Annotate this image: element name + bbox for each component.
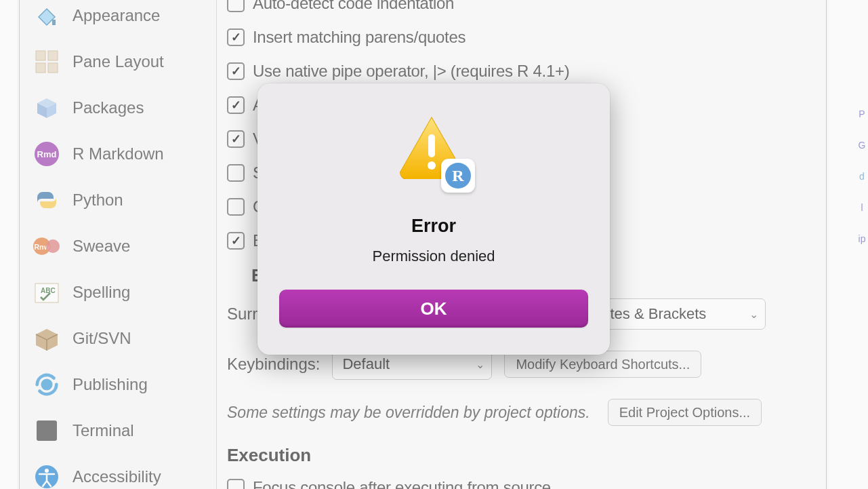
select-value: Default <box>342 355 390 373</box>
keybindings-label: Keybindings: <box>227 355 320 374</box>
sidebar-item-terminal[interactable]: Terminal <box>20 408 216 454</box>
svg-point-12 <box>46 239 60 253</box>
sidebar-item-pane-layout[interactable]: Pane Layout <box>20 39 216 85</box>
sidebar-label: Terminal <box>73 421 134 440</box>
rstudio-badge-icon: R <box>441 159 475 193</box>
svg-point-15 <box>41 378 52 390</box>
form-row-override-note: Some settings may be overridden by proje… <box>227 399 816 426</box>
svg-rect-0 <box>52 20 56 25</box>
right-gutter: PGdlip <box>856 0 868 489</box>
sidebar-label: Git/SVN <box>73 329 131 348</box>
dialog-message: Permission denied <box>373 248 495 265</box>
checkbox-icon[interactable] <box>227 28 245 46</box>
sidebar-item-sweave[interactable]: Rnw Sweave <box>20 223 216 269</box>
sidebar-item-gitsvn[interactable]: Git/SVN <box>20 315 216 361</box>
svg-point-20 <box>428 161 436 170</box>
sidebar-label: Accessibility <box>73 467 161 486</box>
checkbox-icon[interactable] <box>227 0 245 12</box>
pane-layout-icon <box>33 48 60 75</box>
rmd-badge-icon: Rmd <box>33 140 60 168</box>
override-note: Some settings may be overridden by proje… <box>227 404 590 422</box>
sidebar-item-accessibility[interactable]: Accessibility <box>20 454 216 489</box>
chevron-down-icon: ⌄ <box>476 358 484 371</box>
svg-text:ABC: ABC <box>41 287 56 294</box>
checkbox-label: Insert matching parens/quotes <box>253 28 466 47</box>
edit-project-options-button[interactable]: Edit Project Options... <box>608 399 762 426</box>
sidebar-item-python[interactable]: Python <box>20 177 216 223</box>
terminal-square-icon <box>33 417 60 444</box>
package-cube-icon <box>33 94 60 121</box>
chevron-down-icon: ⌄ <box>749 308 758 321</box>
checkbox-label: Focus console after executing from sourc… <box>253 478 551 489</box>
checkbox-row-focus-console[interactable]: Focus console after executing from sourc… <box>227 478 816 489</box>
abc-check-icon: ABC <box>33 279 60 306</box>
svg-point-18 <box>45 469 49 473</box>
checkbox-icon[interactable] <box>227 164 245 182</box>
accessibility-man-icon <box>33 463 60 489</box>
sidebar-label: R Markdown <box>73 144 164 163</box>
error-dialog: R Error Permission denied OK <box>257 83 610 355</box>
svg-rect-4 <box>48 63 58 73</box>
left-gutter <box>0 0 12 489</box>
svg-rect-2 <box>48 51 58 60</box>
checkbox-row-insert-matching[interactable]: Insert matching parens/quotes <box>227 28 816 47</box>
checkbox-row-native-pipe[interactable]: Use native pipe operator, |> (requires R… <box>227 62 816 81</box>
sidebar-item-publishing[interactable]: Publishing <box>20 361 216 408</box>
sweave-badge-icon: Rnw <box>33 233 60 260</box>
sidebar-label: Sweave <box>73 237 130 256</box>
button-label: OK <box>421 298 447 319</box>
sidebar-label: Spelling <box>73 283 130 302</box>
checkbox-icon[interactable] <box>227 96 245 114</box>
section-heading-execution: Execution <box>227 445 816 466</box>
warning-icon: R <box>396 114 471 189</box>
svg-rect-19 <box>428 134 435 157</box>
svg-text:Rmd: Rmd <box>37 149 57 159</box>
button-label: Edit Project Options... <box>619 405 750 420</box>
publish-sync-icon <box>33 371 60 398</box>
sidebar-item-spelling[interactable]: ABC Spelling <box>20 269 216 315</box>
svg-rect-1 <box>36 51 45 60</box>
paint-bucket-icon <box>33 2 60 29</box>
sidebar-item-appearance[interactable]: Appearance <box>20 0 216 39</box>
options-sidebar: Appearance Pane Layout Packages <box>20 0 217 489</box>
sidebar-label: Pane Layout <box>73 52 164 71</box>
ok-button[interactable]: OK <box>279 290 588 328</box>
sidebar-label: Publishing <box>73 375 148 394</box>
sidebar-label: Packages <box>73 98 144 117</box>
sidebar-item-rmarkdown[interactable]: Rmd R Markdown <box>20 131 216 177</box>
git-box-icon <box>33 325 60 352</box>
button-label: Modify Keyboard Shortcuts... <box>516 357 690 372</box>
checkbox-label: Use native pipe operator, |> (requires R… <box>253 62 569 81</box>
checkbox-icon[interactable] <box>227 232 245 250</box>
svg-rect-16 <box>37 420 57 441</box>
checkbox-icon[interactable] <box>227 479 245 489</box>
python-logo-icon <box>33 187 60 214</box>
svg-rect-3 <box>36 63 45 73</box>
sidebar-label: Python <box>73 191 123 210</box>
viewport: PGdlip Appearance Pane Layout <box>0 0 868 489</box>
modify-shortcuts-button[interactable]: Modify Keyboard Shortcuts... <box>504 351 701 378</box>
checkbox-row-autodetect-indent[interactable]: Auto-detect code indentation <box>227 0 816 13</box>
checkbox-icon[interactable] <box>227 198 245 216</box>
sidebar-label: Appearance <box>73 6 160 25</box>
dialog-title: Error <box>411 216 456 237</box>
checkbox-icon[interactable] <box>227 130 245 148</box>
checkbox-label: Auto-detect code indentation <box>253 0 454 13</box>
checkbox-icon[interactable] <box>227 62 245 80</box>
sidebar-item-packages[interactable]: Packages <box>20 85 216 131</box>
